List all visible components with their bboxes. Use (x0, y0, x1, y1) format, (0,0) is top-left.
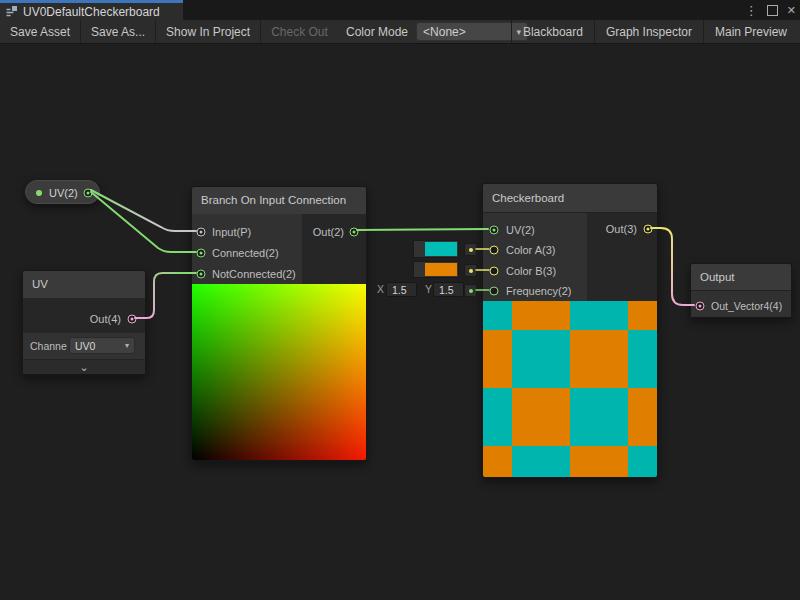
port-out2[interactable] (350, 228, 359, 237)
tab-uv0defaultcheckerboard[interactable]: UV0DefaultCheckerboard (0, 0, 183, 20)
node-title: Output (691, 264, 791, 291)
tab-strip: UV0DefaultCheckerboard ⋮ ✕ (0, 0, 800, 20)
color-mode-label: Color Mode (346, 25, 408, 39)
freq-x-label: X (377, 283, 384, 295)
color-a-swatch[interactable] (425, 242, 457, 256)
node-uv2-pill[interactable]: UV(2) (25, 180, 100, 204)
pill-label: UV(2) (49, 187, 78, 199)
save-as-button[interactable]: Save As... (81, 20, 156, 43)
main-preview-toggle-button[interactable]: Main Preview (703, 20, 798, 43)
port-color-b[interactable] (490, 267, 499, 276)
menu-icon[interactable]: ⋮ (745, 4, 758, 17)
channel-label: Channe (30, 340, 67, 352)
port-color-a[interactable] (490, 246, 499, 255)
toolbar-left-group: Save Asset Save As... Show In Project Ch… (0, 20, 338, 43)
port-label-connected: Connected(2) (212, 247, 279, 259)
freq-y-label: Y (425, 283, 432, 295)
chevron-down-icon: ▾ (125, 341, 129, 350)
collapse-chevron-icon: ⌄ (79, 361, 88, 374)
node-output[interactable]: Output Out_Vector4(4) (690, 263, 792, 318)
port-label-notconnected: NotConnected(2) (212, 268, 296, 280)
node-uv[interactable]: UV Out(4) Channe UV0 ▾ ⌄ (22, 270, 146, 375)
shader-graph-window: UV0DefaultCheckerboard ⋮ ✕ Save Asset Sa… (0, 0, 800, 600)
edge-uv2-to-connected[interactable] (91, 192, 196, 252)
freq-x-input[interactable]: 1.5 (386, 282, 417, 297)
blackboard-toggle-button[interactable]: Blackboard (511, 20, 594, 43)
checkerboard-preview (483, 301, 657, 477)
show-in-project-button[interactable]: Show In Project (156, 20, 261, 43)
port-input-p[interactable] (197, 228, 206, 237)
output-ports-panel (302, 214, 366, 286)
color-mode-value: <None> (423, 25, 466, 39)
channel-dropdown[interactable]: UV0 ▾ (69, 337, 135, 354)
frequency-connector (464, 284, 477, 297)
port-uv[interactable] (490, 226, 499, 235)
port-uv2-out[interactable] (84, 189, 93, 198)
port-label-out4: Out(4) (90, 313, 121, 325)
port-label-color-b: Color B(3) (506, 265, 556, 277)
port-label-input-p: Input(P) (212, 226, 251, 238)
node-title: UV (23, 271, 145, 299)
port-frequency[interactable] (490, 287, 499, 296)
edge-uv2-to-inputp[interactable] (91, 190, 196, 231)
save-asset-button[interactable]: Save Asset (0, 20, 81, 43)
freq-y-input[interactable]: 1.5 (433, 282, 464, 297)
port-connected[interactable] (197, 249, 206, 258)
color-b-field[interactable] (413, 261, 459, 278)
property-dot (36, 190, 42, 196)
graph-inspector-toggle-button[interactable]: Graph Inspector (594, 20, 703, 43)
node-title: Checkerboard (483, 184, 657, 213)
port-label-uv: UV(2) (506, 224, 535, 236)
window-controls: ⋮ ✕ (745, 0, 796, 20)
color-b-swatch[interactable] (425, 263, 457, 276)
check-out-button: Check Out (261, 20, 338, 43)
port-label-color-a: Color A(3) (506, 244, 556, 256)
node-branch-on-input-connection[interactable]: Branch On Input Connection Input(P) Conn… (191, 186, 367, 461)
toolbar: Save Asset Save As... Show In Project Ch… (0, 20, 800, 44)
port-label-out3: Out(3) (606, 223, 637, 235)
collapse-row[interactable]: ⌄ (23, 359, 145, 374)
port-label-out-vector4: Out_Vector4(4) (711, 300, 782, 312)
node-checkerboard[interactable]: Checkerboard UV(2) Color A(3) Color B(3)… (482, 183, 658, 478)
port-out3[interactable] (644, 225, 653, 234)
color-mode-group: Color Mode <None> ▾ (346, 20, 528, 43)
shader-graph-asset-icon (5, 5, 18, 18)
close-icon[interactable]: ✕ (787, 5, 796, 16)
maximize-icon[interactable] (767, 5, 778, 16)
uv-gradient-preview (192, 284, 366, 460)
tab-title: UV0DefaultCheckerboard (23, 5, 160, 19)
channel-value: UV0 (75, 340, 95, 352)
port-out4[interactable] (128, 315, 137, 324)
color-a-field[interactable] (413, 240, 459, 258)
port-out-vector4[interactable] (696, 302, 705, 311)
color-b-connector (464, 264, 477, 277)
port-label-frequency: Frequency(2) (506, 285, 571, 297)
toolbar-right-group: Blackboard Graph Inspector Main Preview (511, 20, 798, 43)
uv-channel-row: Channe UV0 ▾ (23, 333, 145, 359)
uv-out-row: Out(4) (23, 298, 145, 333)
port-notconnected[interactable] (197, 270, 206, 279)
port-label-out2: Out(2) (313, 226, 344, 238)
color-a-connector (464, 243, 477, 256)
node-title: Branch On Input Connection (192, 187, 366, 215)
edge-out2-to-checkerboard-uv[interactable] (357, 229, 488, 230)
